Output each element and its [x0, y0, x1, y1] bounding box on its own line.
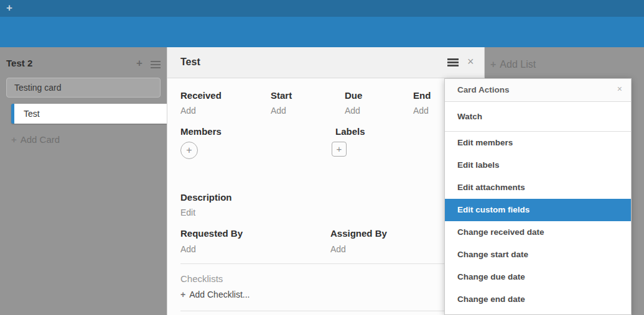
list-title[interactable]: Test 2 — [6, 58, 32, 68]
list-add-icon[interactable]: + — [136, 57, 142, 70]
labels-label: Labels — [335, 126, 365, 137]
menu-item-change-start-date[interactable]: Change start date — [445, 244, 631, 266]
assigned-by-label: Assigned By — [330, 228, 387, 239]
menu-item-edit-custom-fields[interactable]: Edit custom fields — [445, 199, 631, 221]
start-add-link[interactable]: Add — [271, 106, 286, 116]
top-navigation-bar: + — [0, 0, 644, 17]
board-canvas: Test 2 + Testing card Test +Add Card +Ad… — [0, 47, 644, 315]
end-add-link[interactable]: Add — [413, 106, 429, 116]
plus-icon: + — [490, 59, 496, 70]
due-add-link[interactable]: Add — [345, 106, 360, 116]
add-checklist-label: Add Checklist... — [189, 290, 250, 299]
due-label: Due — [345, 90, 362, 101]
app-screen: + Test 2 + Testing card Test +Add Card +… — [0, 0, 644, 315]
add-list-label: Add List — [500, 59, 536, 70]
card-detail-panel: Test × Received Add Start Add Due Add En… — [167, 47, 485, 315]
add-card-label: Add Card — [21, 134, 60, 145]
list-menu-icon[interactable] — [151, 61, 161, 68]
plus-icon: + — [11, 134, 17, 145]
plus-icon: + — [180, 290, 185, 299]
close-icon[interactable]: × — [617, 84, 622, 94]
board-header-bar — [0, 17, 644, 47]
card-title: Test — [180, 57, 200, 68]
popup-header: Card Actions × — [445, 79, 631, 102]
card-actions-popup: Card Actions × Watch Edit members Edit l… — [444, 78, 632, 315]
received-add-link[interactable]: Add — [180, 106, 196, 116]
requested-by-add-link[interactable]: Add — [180, 244, 196, 254]
description-edit-link[interactable]: Edit — [180, 208, 195, 217]
description-label: Description — [180, 192, 232, 203]
add-board-icon[interactable]: + — [6, 2, 12, 14]
menu-item-edit-attachments[interactable]: Edit attachments — [445, 176, 631, 199]
end-label: End — [413, 90, 431, 101]
card-detail-header: Test × — [167, 47, 484, 78]
menu-item-change-end-date[interactable]: Change end date — [445, 288, 631, 311]
assigned-by-add-link[interactable]: Add — [330, 244, 346, 254]
add-checklist-button[interactable]: +Add Checklist... — [180, 290, 250, 299]
add-member-button[interactable]: + — [180, 142, 198, 159]
menu-item-change-due-date[interactable]: Change due date — [445, 266, 631, 288]
section-divider — [180, 263, 472, 264]
menu-item-watch[interactable]: Watch — [445, 102, 631, 132]
card-actions-menu-icon[interactable] — [447, 58, 459, 68]
section-divider — [180, 311, 472, 311]
add-label-button[interactable]: + — [332, 142, 347, 157]
requested-by-label: Requested By — [180, 228, 243, 239]
members-label: Members — [180, 126, 222, 137]
menu-item-edit-members[interactable]: Edit members — [445, 132, 631, 154]
menu-item-change-received-date[interactable]: Change received date — [445, 221, 631, 244]
add-card-button[interactable]: +Add Card — [11, 134, 60, 145]
list-card[interactable]: Testing card — [6, 78, 161, 98]
close-icon[interactable]: × — [467, 55, 474, 68]
menu-item-edit-labels[interactable]: Edit labels — [445, 154, 631, 176]
received-label: Received — [180, 90, 222, 101]
list-card-active[interactable]: Test — [11, 104, 167, 124]
start-label: Start — [271, 90, 292, 101]
add-list-button[interactable]: +Add List — [490, 59, 536, 70]
popup-title: Card Actions — [457, 85, 510, 94]
checklists-label: Checklists — [180, 273, 223, 284]
